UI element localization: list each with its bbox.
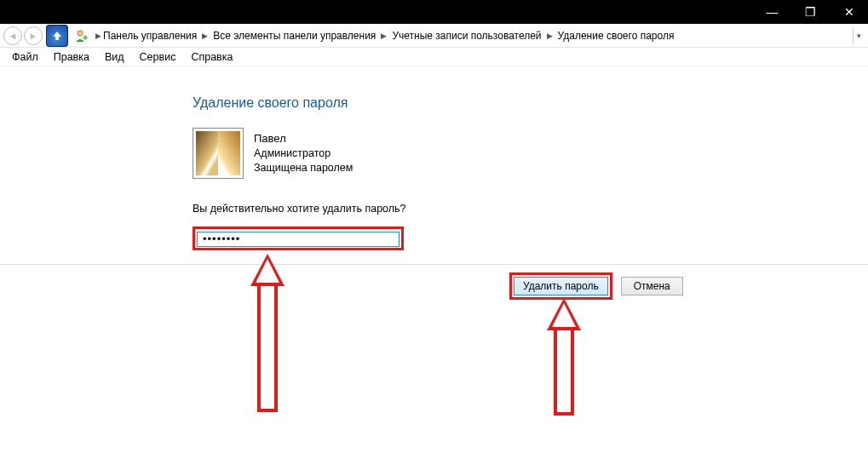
up-button[interactable] (46, 25, 68, 47)
chevron-icon: ▶ (381, 32, 387, 40)
explorer-navbar: ◄ ► ▶ Панель управления ▶ Все элементы п… (0, 24, 868, 48)
chevron-icon: ▶ (202, 32, 208, 40)
delete-password-button[interactable]: Удалить пароль (514, 277, 608, 295)
chevron-icon: ▶ (547, 32, 553, 40)
breadcrumb: Панель управления ▶ Все элементы панели … (103, 24, 851, 47)
user-info-block: Павел Администратор Защищена паролем (193, 128, 868, 179)
menu-service[interactable]: Сервис (140, 51, 176, 63)
annotation-arrow-icon (552, 298, 576, 416)
menu-help[interactable]: Справка (191, 51, 233, 63)
crumb-control-panel[interactable]: Панель управления (103, 30, 197, 42)
action-buttons: Удалить пароль Отмена (509, 272, 683, 300)
page-content: Удаление своего пароля Павел Администрат… (0, 66, 868, 250)
avatar-art-icon (196, 131, 240, 175)
address-dropdown[interactable]: ▾ (853, 27, 865, 44)
back-button[interactable]: ◄ (3, 26, 22, 45)
password-highlight-box (193, 227, 404, 250)
page-title: Удаление своего пароля (193, 95, 868, 111)
current-password-input[interactable] (197, 232, 400, 247)
window-titlebar: — ❐ ✕ (0, 0, 868, 24)
chevron-icon: ▶ (95, 32, 101, 40)
svg-point-0 (78, 30, 83, 35)
menu-edit[interactable]: Правка (54, 51, 89, 63)
crumb-all-items[interactable]: Все элементы панели управления (213, 30, 376, 42)
annotation-arrow-icon (256, 254, 279, 412)
up-arrow-icon (51, 30, 63, 42)
minimize-button[interactable]: — (753, 0, 791, 24)
user-role: Администратор (254, 146, 353, 161)
crumb-delete-password[interactable]: Удаление своего пароля (558, 30, 675, 42)
confirm-prompt: Вы действительно хотите удалить пароль? (193, 203, 868, 215)
separator-line (0, 264, 868, 265)
avatar (193, 128, 244, 179)
forward-button[interactable]: ► (24, 26, 43, 45)
menu-file[interactable]: Файл (12, 51, 38, 63)
maximize-button[interactable]: ❐ (791, 0, 830, 24)
delete-button-highlight: Удалить пароль (509, 272, 612, 300)
menu-view[interactable]: Вид (105, 51, 124, 63)
user-accounts-icon (73, 27, 90, 44)
menu-bar: Файл Правка Вид Сервис Справка (0, 48, 868, 66)
close-button[interactable]: ✕ (830, 0, 868, 24)
user-name: Павел (254, 131, 353, 146)
crumb-user-accounts[interactable]: Учетные записи пользователей (392, 30, 541, 42)
user-status: Защищена паролем (254, 161, 353, 175)
cancel-button[interactable]: Отмена (621, 277, 683, 295)
user-info-text: Павел Администратор Защищена паролем (254, 131, 353, 175)
